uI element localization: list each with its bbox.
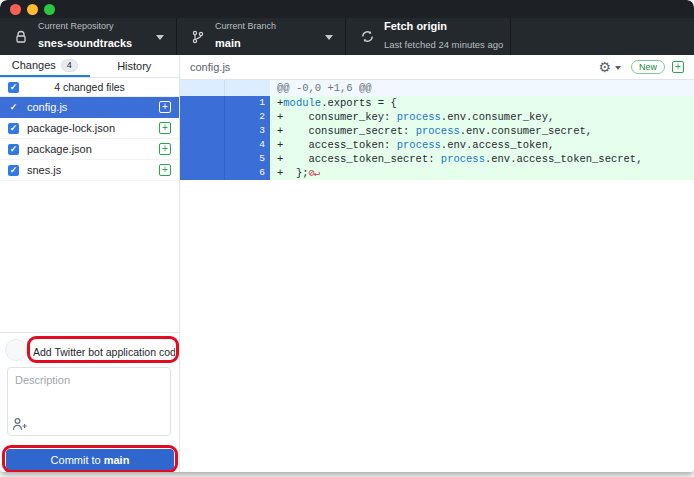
gutter-old[interactable]	[180, 124, 225, 138]
tab-changes[interactable]: Changes 4	[0, 55, 90, 77]
commit-summary-input[interactable]	[33, 342, 175, 361]
minimize-window-button[interactable]	[27, 4, 38, 15]
commit-button[interactable]: Commit to main	[6, 449, 174, 470]
repository-name: snes-soundtracks	[38, 37, 132, 49]
git-branch-icon	[190, 29, 206, 45]
added-status-icon: +	[672, 61, 684, 73]
gutter-line-number[interactable]: 6	[225, 166, 270, 180]
gutter-line-number[interactable]: 4	[225, 138, 270, 152]
file-name: package.json	[27, 143, 92, 155]
code-line: + consumer_secret: process.env.consumer_…	[270, 124, 694, 138]
add-coauthor-icon[interactable]	[12, 417, 28, 431]
select-all-checkbox[interactable]: ✓	[8, 82, 19, 93]
diff-line[interactable]: 4 + access_token: process.env.access_tok…	[180, 138, 694, 152]
fetch-title: Fetch origin	[384, 20, 503, 34]
branch-label: Current Branch	[215, 21, 276, 32]
code-line: +module.exports = {	[270, 96, 694, 110]
file-added-status-icon: +	[159, 143, 171, 155]
toolbar: Current Repository snes-soundtracks Curr…	[0, 18, 694, 55]
file-name: package-lock.json	[27, 122, 115, 134]
commit-button-branch: main	[104, 454, 130, 466]
file-checkbox[interactable]: ✓	[8, 165, 19, 176]
gutter-old[interactable]	[180, 138, 225, 152]
file-name: config.js	[27, 101, 67, 113]
gutter-line-number[interactable]: 2	[225, 110, 270, 124]
app-window: Current Repository snes-soundtracks Curr…	[0, 0, 694, 472]
changed-files-label: 4 changed files	[54, 81, 125, 93]
sidebar-tabs: Changes 4 History	[0, 55, 179, 78]
file-checkbox[interactable]: ✓	[8, 123, 19, 134]
gutter-old[interactable]	[180, 152, 225, 166]
gutter-line-number[interactable]: 3	[225, 124, 270, 138]
select-all-row: ✓ 4 changed files	[0, 78, 179, 97]
diff-line[interactable]: 3 + consumer_secret: process.env.consume…	[180, 124, 694, 138]
diff-content: @@ -0,0 +1,6 @@ 1 +module.exports = { 2 …	[180, 80, 694, 180]
chevron-down-icon[interactable]	[615, 66, 621, 70]
tab-changes-label: Changes	[12, 59, 56, 71]
changes-count-badge: 4	[61, 59, 78, 72]
code-line: + access_token: process.env.access_token…	[270, 138, 694, 152]
repository-label: Current Repository	[38, 21, 132, 32]
file-added-status-icon: +	[159, 164, 171, 176]
commit-description-textarea[interactable]	[7, 367, 171, 436]
code-line: + consumer_key: process.env.consumer_key…	[270, 110, 694, 124]
hunk-gutter-new	[225, 80, 270, 96]
fetch-subtitle: Last fetched 24 minutes ago	[384, 39, 503, 50]
diff-pane: config.js ⚙ New + @@ -0,0 +1,6 @@ 1 +mod…	[180, 55, 694, 472]
avatar	[5, 339, 27, 361]
gutter-line-number[interactable]: 5	[225, 152, 270, 166]
new-file-badge: New	[631, 60, 665, 74]
diff-line[interactable]: 5 + access_token_secret: process.env.acc…	[180, 152, 694, 166]
diff-line[interactable]: 6 + };⊘↵	[180, 166, 694, 180]
close-window-button[interactable]	[10, 4, 21, 15]
sync-icon	[359, 29, 375, 45]
gear-icon[interactable]: ⚙	[598, 60, 611, 74]
commit-box-divider	[0, 332, 179, 333]
file-row-package-lock-json[interactable]: ✓ package-lock.json +	[0, 118, 179, 139]
file-added-status-icon: +	[159, 101, 171, 113]
file-checkbox[interactable]: ✓	[8, 102, 19, 113]
gutter-old[interactable]	[180, 110, 225, 124]
sidebar: Changes 4 History ✓ 4 changed files ✓ co…	[0, 55, 180, 472]
gutter-line-number[interactable]: 1	[225, 96, 270, 110]
tab-history-label: History	[117, 60, 151, 72]
code-line: + };⊘↵	[270, 166, 694, 180]
file-checkbox[interactable]: ✓	[8, 144, 19, 155]
diff-line[interactable]: 1 +module.exports = {	[180, 96, 694, 110]
diff-line[interactable]: 2 + consumer_key: process.env.consumer_k…	[180, 110, 694, 124]
current-branch-dropdown[interactable]: Current Branch main	[177, 18, 346, 55]
tab-history[interactable]: History	[90, 55, 180, 77]
diff-file-name: config.js	[190, 61, 230, 73]
chevron-down-icon	[325, 35, 333, 40]
file-added-status-icon: +	[159, 122, 171, 134]
current-repository-dropdown[interactable]: Current Repository snes-soundtracks	[0, 18, 177, 55]
toolbar-spacer	[511, 18, 694, 55]
no-newline-eol-icon: ⊘↵	[309, 167, 320, 179]
gutter-old[interactable]	[180, 166, 225, 180]
hunk-header-text: @@ -0,0 +1,6 @@	[270, 80, 694, 96]
code-line: + access_token_secret: process.env.acces…	[270, 152, 694, 166]
gutter-old[interactable]	[180, 96, 225, 110]
chevron-down-icon	[156, 35, 164, 40]
lock-icon	[13, 29, 29, 45]
file-name: snes.js	[27, 164, 61, 176]
hunk-gutter-old	[180, 80, 225, 96]
diff-header: config.js ⚙ New +	[180, 55, 694, 80]
fetch-origin-button[interactable]: Fetch origin Last fetched 24 minutes ago	[346, 18, 511, 55]
branch-name: main	[215, 37, 241, 49]
commit-button-label: Commit to	[51, 454, 101, 466]
hunk-header-row: @@ -0,0 +1,6 @@	[180, 80, 694, 96]
titlebar	[0, 0, 694, 18]
file-row-snes-js[interactable]: ✓ snes.js +	[0, 160, 179, 181]
file-row-config-js[interactable]: ✓ config.js +	[0, 97, 179, 118]
file-row-package-json[interactable]: ✓ package.json +	[0, 139, 179, 160]
zoom-window-button[interactable]	[44, 4, 55, 15]
